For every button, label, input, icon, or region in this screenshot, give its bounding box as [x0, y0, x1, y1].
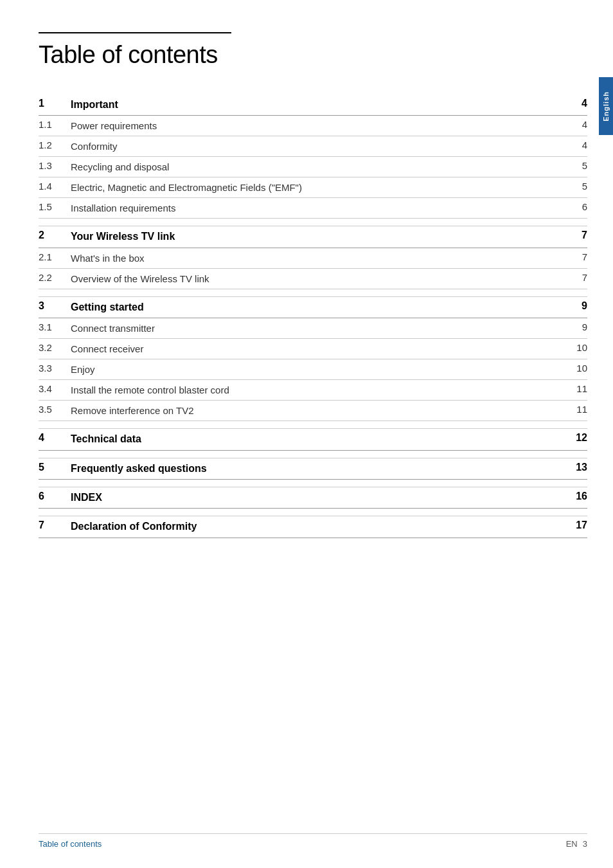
- toc-section-page: 12: [562, 429, 587, 450]
- toc-item-row: 2.2Overview of the Wireless TV link7: [39, 268, 587, 289]
- page-title: Table of contents: [39, 41, 587, 69]
- toc-section-page: 7: [562, 226, 587, 248]
- footer-page: 3: [583, 839, 587, 849]
- toc-item-num: 3.2: [39, 339, 71, 359]
- toc-item-title: Recycling and disposal: [71, 157, 562, 177]
- toc-item-row: 3.5Remove interference on TV211: [39, 401, 587, 421]
- toc-item-page: 7: [562, 248, 587, 268]
- toc-section-page: 17: [562, 516, 587, 538]
- toc-item-title: Electric, Magnetic and Electromagnetic F…: [71, 177, 562, 198]
- toc-section-page: 4: [562, 95, 587, 116]
- title-rule: [39, 32, 231, 33]
- toc-item-row: 1.5Installation requirements6: [39, 198, 587, 219]
- toc-section-title: Declaration of Conformity: [71, 516, 562, 538]
- toc-item-title: Overview of the Wireless TV link: [71, 268, 562, 289]
- toc-item-page: 10: [562, 339, 587, 359]
- toc-item-page: 5: [562, 157, 587, 177]
- toc-item-title: Connect receiver: [71, 339, 562, 359]
- toc-section-num: 1: [39, 95, 71, 116]
- toc-section-row: 4Technical data12: [39, 429, 587, 450]
- toc-section-row: 5Frequently asked questions13: [39, 458, 587, 479]
- toc-item-title: Remove interference on TV2: [71, 401, 562, 421]
- toc-item-num: 2.2: [39, 268, 71, 289]
- toc-item-title: Conformity: [71, 136, 562, 157]
- toc-item-num: 1.5: [39, 198, 71, 219]
- toc-table: 1Important41.1Power requirements41.2Conf…: [39, 95, 587, 538]
- toc-spacer: [39, 219, 587, 226]
- toc-item-title: Enjoy: [71, 359, 562, 380]
- toc-item-num: 2.1: [39, 248, 71, 268]
- toc-item-page: 10: [562, 359, 587, 380]
- toc-spacer: [39, 509, 587, 516]
- toc-section-row: 2Your Wireless TV link7: [39, 226, 587, 248]
- toc-item-row: 3.2Connect receiver10: [39, 339, 587, 359]
- toc-section-num: 4: [39, 429, 71, 450]
- toc-section-num: 6: [39, 487, 71, 508]
- toc-section-title: Getting started: [71, 296, 562, 318]
- toc-item-num: 1.3: [39, 157, 71, 177]
- footer-lang: EN: [566, 839, 578, 849]
- toc-section-page: 9: [562, 296, 587, 318]
- toc-section-row: 7Declaration of Conformity17: [39, 516, 587, 538]
- toc-item-title: Install the remote control blaster cord: [71, 380, 562, 401]
- toc-spacer: [39, 450, 587, 458]
- toc-item-page: 4: [562, 116, 587, 136]
- toc-section-num: 2: [39, 226, 71, 248]
- footer-right: EN 3: [566, 839, 587, 849]
- toc-section-title: Frequently asked questions: [71, 458, 562, 479]
- toc-item-row: 1.4Electric, Magnetic and Electromagneti…: [39, 177, 587, 198]
- toc-item-page: 6: [562, 198, 587, 219]
- toc-item-row: 1.2Conformity4: [39, 136, 587, 157]
- toc-item-num: 3.4: [39, 380, 71, 401]
- toc-item-title: Installation requirements: [71, 198, 562, 219]
- toc-section-num: 5: [39, 458, 71, 479]
- toc-item-num: 3.3: [39, 359, 71, 380]
- footer: Table of contents EN 3: [39, 833, 587, 849]
- toc-item-row: 3.3Enjoy10: [39, 359, 587, 380]
- language-label: English: [602, 91, 610, 122]
- toc-section-title: Technical data: [71, 429, 562, 450]
- main-content: Table of contents 1Important41.1Power re…: [39, 32, 587, 817]
- toc-item-row: 1.3Recycling and disposal5: [39, 157, 587, 177]
- toc-item-page: 11: [562, 401, 587, 421]
- toc-item-row: 3.1Connect transmitter9: [39, 318, 587, 339]
- toc-section-page: 13: [562, 458, 587, 479]
- toc-item-row: 2.1What's in the box7: [39, 248, 587, 268]
- toc-section-row: 1Important4: [39, 95, 587, 116]
- footer-toc-label: Table of contents: [39, 839, 102, 849]
- toc-section-title: Your Wireless TV link: [71, 226, 562, 248]
- toc-item-title: What's in the box: [71, 248, 562, 268]
- language-tab: English: [599, 77, 613, 135]
- toc-item-num: 1.1: [39, 116, 71, 136]
- toc-item-row: 3.4Install the remote control blaster co…: [39, 380, 587, 401]
- page-container: English Table of contents 1Important41.1…: [0, 0, 613, 868]
- toc-item-page: 11: [562, 380, 587, 401]
- toc-item-page: 9: [562, 318, 587, 339]
- toc-section-num: 3: [39, 296, 71, 318]
- toc-section-row: 6INDEX16: [39, 487, 587, 508]
- toc-item-num: 3.1: [39, 318, 71, 339]
- toc-item-page: 4: [562, 136, 587, 157]
- toc-item-num: 3.5: [39, 401, 71, 421]
- toc-item-row: 1.1Power requirements4: [39, 116, 587, 136]
- toc-section-title: Important: [71, 95, 562, 116]
- toc-section-title: INDEX: [71, 487, 562, 508]
- toc-spacer: [39, 421, 587, 429]
- toc-item-title: Power requirements: [71, 116, 562, 136]
- toc-item-num: 1.2: [39, 136, 71, 157]
- toc-section-num: 7: [39, 516, 71, 538]
- toc-spacer: [39, 479, 587, 487]
- toc-spacer: [39, 289, 587, 296]
- toc-item-page: 7: [562, 268, 587, 289]
- toc-section-page: 16: [562, 487, 587, 508]
- toc-item-num: 1.4: [39, 177, 71, 198]
- toc-item-title: Connect transmitter: [71, 318, 562, 339]
- toc-section-row: 3Getting started9: [39, 296, 587, 318]
- toc-item-page: 5: [562, 177, 587, 198]
